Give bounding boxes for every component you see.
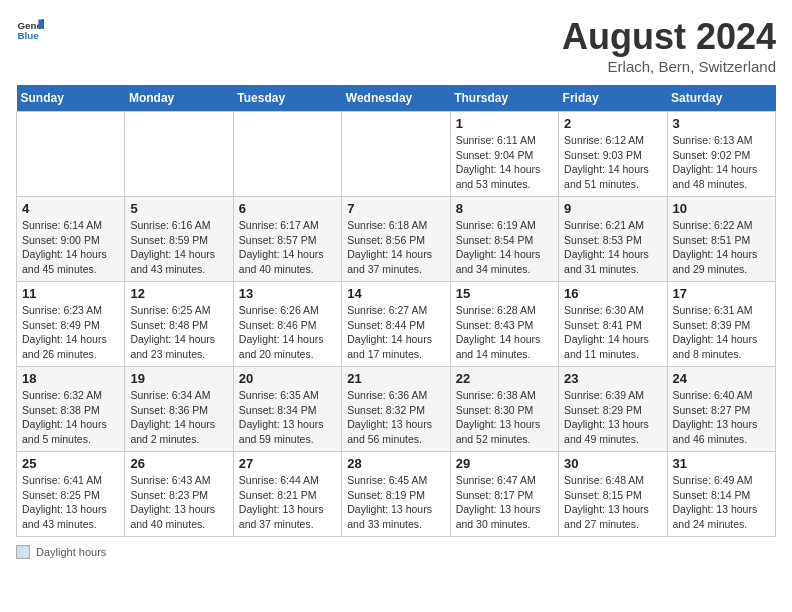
day-info: Sunrise: 6:34 AM Sunset: 8:36 PM Dayligh… (130, 388, 227, 447)
calendar-cell: 4Sunrise: 6:14 AM Sunset: 9:00 PM Daylig… (17, 197, 125, 282)
column-header-monday: Monday (125, 85, 233, 112)
day-number: 24 (673, 371, 770, 386)
day-number: 5 (130, 201, 227, 216)
title-block: August 2024 Erlach, Bern, Switzerland (562, 16, 776, 75)
calendar-cell (233, 112, 341, 197)
day-info: Sunrise: 6:39 AM Sunset: 8:29 PM Dayligh… (564, 388, 661, 447)
calendar-cell (17, 112, 125, 197)
calendar-cell: 24Sunrise: 6:40 AM Sunset: 8:27 PM Dayli… (667, 367, 775, 452)
calendar-header-row: SundayMondayTuesdayWednesdayThursdayFrid… (17, 85, 776, 112)
day-info: Sunrise: 6:32 AM Sunset: 8:38 PM Dayligh… (22, 388, 119, 447)
day-number: 14 (347, 286, 444, 301)
day-info: Sunrise: 6:21 AM Sunset: 8:53 PM Dayligh… (564, 218, 661, 277)
day-info: Sunrise: 6:35 AM Sunset: 8:34 PM Dayligh… (239, 388, 336, 447)
svg-text:Blue: Blue (17, 30, 39, 41)
column-header-tuesday: Tuesday (233, 85, 341, 112)
calendar-table: SundayMondayTuesdayWednesdayThursdayFrid… (16, 85, 776, 537)
day-number: 22 (456, 371, 553, 386)
day-number: 7 (347, 201, 444, 216)
day-info: Sunrise: 6:22 AM Sunset: 8:51 PM Dayligh… (673, 218, 770, 277)
week-row-2: 4Sunrise: 6:14 AM Sunset: 9:00 PM Daylig… (17, 197, 776, 282)
calendar-cell: 6Sunrise: 6:17 AM Sunset: 8:57 PM Daylig… (233, 197, 341, 282)
day-info: Sunrise: 6:38 AM Sunset: 8:30 PM Dayligh… (456, 388, 553, 447)
day-number: 11 (22, 286, 119, 301)
day-number: 10 (673, 201, 770, 216)
calendar-cell: 19Sunrise: 6:34 AM Sunset: 8:36 PM Dayli… (125, 367, 233, 452)
calendar-cell: 14Sunrise: 6:27 AM Sunset: 8:44 PM Dayli… (342, 282, 450, 367)
calendar-cell: 1Sunrise: 6:11 AM Sunset: 9:04 PM Daylig… (450, 112, 558, 197)
logo-icon: General Blue (16, 16, 44, 44)
day-info: Sunrise: 6:23 AM Sunset: 8:49 PM Dayligh… (22, 303, 119, 362)
calendar-cell: 5Sunrise: 6:16 AM Sunset: 8:59 PM Daylig… (125, 197, 233, 282)
column-header-wednesday: Wednesday (342, 85, 450, 112)
day-info: Sunrise: 6:41 AM Sunset: 8:25 PM Dayligh… (22, 473, 119, 532)
legend: Daylight hours (16, 545, 776, 559)
day-info: Sunrise: 6:30 AM Sunset: 8:41 PM Dayligh… (564, 303, 661, 362)
day-info: Sunrise: 6:28 AM Sunset: 8:43 PM Dayligh… (456, 303, 553, 362)
calendar-cell: 7Sunrise: 6:18 AM Sunset: 8:56 PM Daylig… (342, 197, 450, 282)
legend-box (16, 545, 30, 559)
day-number: 16 (564, 286, 661, 301)
day-number: 31 (673, 456, 770, 471)
week-row-3: 11Sunrise: 6:23 AM Sunset: 8:49 PM Dayli… (17, 282, 776, 367)
day-info: Sunrise: 6:16 AM Sunset: 8:59 PM Dayligh… (130, 218, 227, 277)
day-number: 6 (239, 201, 336, 216)
day-number: 19 (130, 371, 227, 386)
day-number: 30 (564, 456, 661, 471)
legend-label: Daylight hours (36, 546, 106, 558)
calendar-cell: 18Sunrise: 6:32 AM Sunset: 8:38 PM Dayli… (17, 367, 125, 452)
day-number: 27 (239, 456, 336, 471)
day-number: 28 (347, 456, 444, 471)
calendar-cell: 23Sunrise: 6:39 AM Sunset: 8:29 PM Dayli… (559, 367, 667, 452)
calendar-cell: 27Sunrise: 6:44 AM Sunset: 8:21 PM Dayli… (233, 452, 341, 537)
day-number: 2 (564, 116, 661, 131)
day-info: Sunrise: 6:25 AM Sunset: 8:48 PM Dayligh… (130, 303, 227, 362)
day-info: Sunrise: 6:19 AM Sunset: 8:54 PM Dayligh… (456, 218, 553, 277)
week-row-1: 1Sunrise: 6:11 AM Sunset: 9:04 PM Daylig… (17, 112, 776, 197)
day-info: Sunrise: 6:49 AM Sunset: 8:14 PM Dayligh… (673, 473, 770, 532)
day-number: 8 (456, 201, 553, 216)
calendar-cell: 22Sunrise: 6:38 AM Sunset: 8:30 PM Dayli… (450, 367, 558, 452)
day-info: Sunrise: 6:31 AM Sunset: 8:39 PM Dayligh… (673, 303, 770, 362)
calendar-cell: 8Sunrise: 6:19 AM Sunset: 8:54 PM Daylig… (450, 197, 558, 282)
column-header-friday: Friday (559, 85, 667, 112)
calendar-cell: 9Sunrise: 6:21 AM Sunset: 8:53 PM Daylig… (559, 197, 667, 282)
main-title: August 2024 (562, 16, 776, 58)
day-info: Sunrise: 6:27 AM Sunset: 8:44 PM Dayligh… (347, 303, 444, 362)
day-info: Sunrise: 6:26 AM Sunset: 8:46 PM Dayligh… (239, 303, 336, 362)
calendar-cell: 3Sunrise: 6:13 AM Sunset: 9:02 PM Daylig… (667, 112, 775, 197)
day-info: Sunrise: 6:17 AM Sunset: 8:57 PM Dayligh… (239, 218, 336, 277)
day-info: Sunrise: 6:45 AM Sunset: 8:19 PM Dayligh… (347, 473, 444, 532)
calendar-cell: 13Sunrise: 6:26 AM Sunset: 8:46 PM Dayli… (233, 282, 341, 367)
day-number: 1 (456, 116, 553, 131)
day-info: Sunrise: 6:14 AM Sunset: 9:00 PM Dayligh… (22, 218, 119, 277)
day-number: 4 (22, 201, 119, 216)
day-info: Sunrise: 6:43 AM Sunset: 8:23 PM Dayligh… (130, 473, 227, 532)
calendar-cell: 16Sunrise: 6:30 AM Sunset: 8:41 PM Dayli… (559, 282, 667, 367)
day-number: 29 (456, 456, 553, 471)
day-number: 23 (564, 371, 661, 386)
logo: General Blue (16, 16, 44, 44)
column-header-thursday: Thursday (450, 85, 558, 112)
column-header-sunday: Sunday (17, 85, 125, 112)
calendar-cell: 25Sunrise: 6:41 AM Sunset: 8:25 PM Dayli… (17, 452, 125, 537)
day-info: Sunrise: 6:18 AM Sunset: 8:56 PM Dayligh… (347, 218, 444, 277)
day-number: 12 (130, 286, 227, 301)
day-number: 20 (239, 371, 336, 386)
day-number: 18 (22, 371, 119, 386)
page-header: General Blue August 2024 Erlach, Bern, S… (16, 16, 776, 75)
calendar-cell: 12Sunrise: 6:25 AM Sunset: 8:48 PM Dayli… (125, 282, 233, 367)
day-info: Sunrise: 6:40 AM Sunset: 8:27 PM Dayligh… (673, 388, 770, 447)
calendar-cell: 30Sunrise: 6:48 AM Sunset: 8:15 PM Dayli… (559, 452, 667, 537)
calendar-cell: 15Sunrise: 6:28 AM Sunset: 8:43 PM Dayli… (450, 282, 558, 367)
day-info: Sunrise: 6:36 AM Sunset: 8:32 PM Dayligh… (347, 388, 444, 447)
calendar-cell: 21Sunrise: 6:36 AM Sunset: 8:32 PM Dayli… (342, 367, 450, 452)
day-number: 13 (239, 286, 336, 301)
day-number: 15 (456, 286, 553, 301)
calendar-cell (342, 112, 450, 197)
day-number: 25 (22, 456, 119, 471)
calendar-cell: 28Sunrise: 6:45 AM Sunset: 8:19 PM Dayli… (342, 452, 450, 537)
day-info: Sunrise: 6:44 AM Sunset: 8:21 PM Dayligh… (239, 473, 336, 532)
day-info: Sunrise: 6:12 AM Sunset: 9:03 PM Dayligh… (564, 133, 661, 192)
day-info: Sunrise: 6:13 AM Sunset: 9:02 PM Dayligh… (673, 133, 770, 192)
